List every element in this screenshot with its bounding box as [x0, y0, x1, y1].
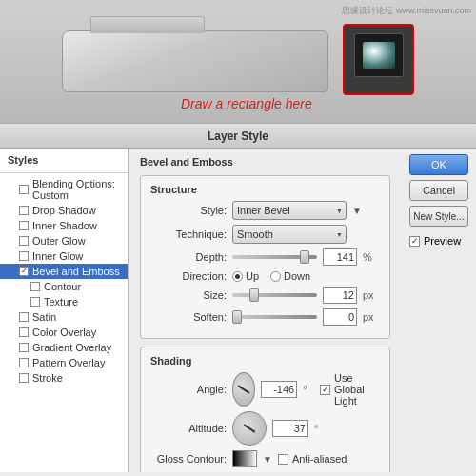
sidebar-separator-1: [0, 172, 128, 173]
stroke-label: Stroke: [32, 372, 63, 384]
technique-select[interactable]: Smooth: [232, 225, 347, 244]
satin-checkbox[interactable]: [19, 312, 29, 322]
gradient-overlay-label: Gradient Overlay: [32, 342, 111, 353]
top-banner: 思缘设计论坛 www.missvuan.com Draw a rectangle…: [0, 0, 476, 124]
direction-up-dot[interactable]: [232, 271, 243, 282]
drop-shadow-checkbox[interactable]: [19, 206, 29, 215]
sidebar-item-outer-glow[interactable]: Outer Glow: [0, 233, 128, 248]
depth-slider[interactable]: [232, 255, 317, 259]
gloss-row: Gloss Contour: ▼ Anti-aliased: [150, 450, 380, 467]
structure-box: Structure Style: Inner Bevel ▼ Technique…: [140, 175, 390, 339]
stroke-checkbox[interactable]: [19, 373, 29, 383]
dialog-body: Styles Blending Options: Custom Drop Sha…: [0, 149, 476, 472]
altitude-row: Altitude: °: [150, 411, 380, 446]
dialog-title-bar: Layer Style: [0, 124, 476, 149]
angle-label: Angle:: [150, 384, 227, 395]
altitude-label: Altitude:: [150, 423, 227, 434]
shading-title: Shading: [150, 355, 380, 367]
color-overlay-checkbox[interactable]: [19, 327, 29, 337]
direction-up[interactable]: Up: [232, 270, 259, 282]
depth-label: Depth:: [150, 251, 227, 263]
sidebar-item-inner-glow[interactable]: Inner Glow: [0, 248, 128, 264]
size-label: Size:: [150, 289, 227, 301]
altitude-input[interactable]: [272, 420, 308, 437]
technique-select-wrapper: Smooth: [232, 225, 347, 244]
sidebar-item-inner-shadow[interactable]: Inner Shadow: [0, 218, 128, 233]
soften-input[interactable]: [323, 308, 357, 326]
contour-dropdown-icon[interactable]: ▼: [263, 454, 272, 465]
anti-aliased-checkbox[interactable]: [278, 454, 288, 465]
contour-checkbox[interactable]: [30, 282, 40, 291]
contour-preview[interactable]: [232, 450, 257, 467]
inner-glow-checkbox[interactable]: [19, 251, 29, 261]
style-row: Style: Inner Bevel ▼: [150, 201, 380, 220]
size-unit: px: [363, 289, 380, 301]
texture-label: Texture: [44, 296, 78, 307]
blending-checkbox[interactable]: [19, 185, 29, 194]
angle-input[interactable]: [261, 381, 297, 398]
shading-box: Shading Angle: ° ✓ Use Global Light Alti…: [140, 347, 390, 472]
direction-down-label: Down: [284, 270, 310, 282]
direction-row: Direction: Up Down: [150, 270, 380, 282]
style-dropdown-icon: ▼: [352, 206, 362, 216]
size-thumb[interactable]: [249, 288, 259, 302]
drop-shadow-label: Drop Shadow: [32, 205, 96, 216]
angle-dial[interactable]: [232, 372, 255, 407]
gradient-overlay-checkbox[interactable]: [19, 343, 29, 352]
color-overlay-label: Color Overlay: [32, 327, 96, 338]
global-light-label: Use Global Light: [334, 372, 380, 407]
lens-reflection: [363, 42, 395, 69]
sidebar-item-color-overlay[interactable]: Color Overlay: [0, 325, 128, 340]
technique-row: Technique: Smooth: [150, 225, 380, 244]
ok-button[interactable]: OK: [409, 154, 468, 175]
sidebar-item-bevel[interactable]: Bevel and Emboss: [0, 264, 128, 279]
direction-label: Direction:: [150, 270, 227, 282]
direction-down[interactable]: Down: [270, 270, 310, 282]
pattern-overlay-checkbox[interactable]: [19, 358, 29, 367]
depth-unit: %: [363, 251, 380, 263]
size-row: Size: px: [150, 287, 380, 304]
depth-input[interactable]: [323, 248, 357, 266]
sidebar-item-blending[interactable]: Blending Options: Custom: [0, 176, 128, 203]
direction-radio-group: Up Down: [232, 270, 310, 282]
depth-row: Depth: %: [150, 248, 380, 266]
inner-glow-label: Inner Glow: [32, 250, 83, 262]
sidebar-item-texture[interactable]: Texture: [0, 294, 128, 309]
sidebar-item-stroke[interactable]: Stroke: [0, 370, 128, 386]
soften-label: Soften:: [150, 311, 227, 323]
soften-thumb[interactable]: [232, 310, 242, 324]
sidebar-item-satin[interactable]: Satin: [0, 309, 128, 325]
satin-label: Satin: [32, 311, 56, 323]
outer-glow-checkbox[interactable]: [19, 236, 29, 246]
direction-down-dot[interactable]: [270, 271, 281, 282]
sidebar-item-pattern-overlay[interactable]: Pattern Overlay: [0, 355, 128, 370]
camera-body: [62, 30, 328, 92]
style-label: Style:: [150, 205, 227, 216]
sidebar: Styles Blending Options: Custom Drop Sha…: [0, 149, 129, 472]
sidebar-item-contour[interactable]: Contour: [0, 279, 128, 294]
direction-up-label: Up: [246, 270, 259, 282]
structure-title: Structure: [150, 184, 380, 195]
preview-checkbox[interactable]: ✓: [409, 236, 420, 247]
gloss-label: Gloss Contour:: [150, 453, 227, 465]
depth-thumb[interactable]: [300, 250, 309, 264]
altitude-dial[interactable]: [232, 411, 267, 446]
outer-glow-label: Outer Glow: [32, 235, 86, 247]
sidebar-item-drop-shadow[interactable]: Drop Shadow: [0, 203, 128, 218]
global-light-checkbox[interactable]: ✓: [320, 385, 330, 395]
inner-shadow-checkbox[interactable]: [19, 221, 29, 230]
texture-checkbox[interactable]: [30, 297, 40, 307]
size-slider[interactable]: [232, 293, 317, 297]
right-panel: Bevel and Emboss Structure Style: Inner …: [129, 149, 402, 472]
preview-row: ✓ Preview: [409, 235, 468, 247]
soften-slider[interactable]: [232, 315, 317, 319]
style-select-wrapper: Inner Bevel: [232, 201, 347, 220]
altitude-unit: °: [314, 423, 331, 434]
sidebar-item-gradient-overlay[interactable]: Gradient Overlay: [0, 340, 128, 355]
size-input[interactable]: [323, 287, 357, 304]
style-select[interactable]: Inner Bevel: [232, 201, 347, 220]
draw-label: Draw a rectangle here: [181, 96, 324, 111]
bevel-checkbox[interactable]: [19, 267, 29, 276]
cancel-button[interactable]: Cancel: [409, 180, 468, 201]
new-style-button[interactable]: New Style...: [409, 206, 468, 227]
